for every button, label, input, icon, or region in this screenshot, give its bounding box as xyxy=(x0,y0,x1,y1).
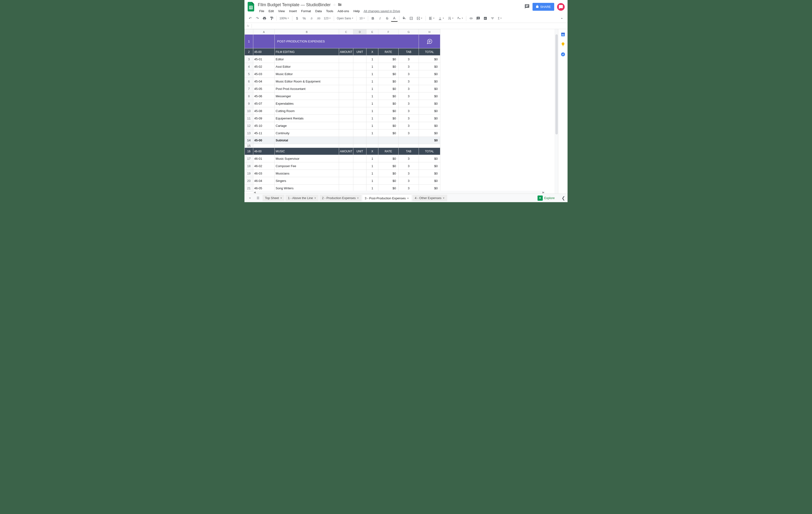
row-rate[interactable]: $0 xyxy=(378,162,399,170)
folder-icon[interactable] xyxy=(338,3,342,7)
row-tab[interactable]: 3 xyxy=(399,162,419,170)
menu-help[interactable]: Help xyxy=(351,8,362,14)
row-code[interactable]: 46-02 xyxy=(253,162,275,170)
text-wrap-icon[interactable]: ▼ xyxy=(446,15,455,22)
row-header[interactable]: 21 xyxy=(245,185,253,192)
cell[interactable] xyxy=(339,137,353,144)
fill-color-icon[interactable] xyxy=(401,15,407,22)
header-unit[interactable]: UNIT xyxy=(353,48,367,56)
expand-side-panel-icon[interactable]: ❮ xyxy=(561,195,565,201)
tab-production-expenses[interactable]: 2 - Production Expenses▼ xyxy=(320,195,361,201)
row-code[interactable]: 45-04 xyxy=(253,78,275,85)
col-header-H[interactable]: H xyxy=(419,29,440,34)
row-code[interactable]: 45-09 xyxy=(253,115,275,122)
row-amount[interactable] xyxy=(339,162,353,170)
decrease-decimal-icon[interactable]: .0 xyxy=(308,15,315,22)
row-amount[interactable] xyxy=(339,122,353,130)
row-desc[interactable]: Cutting Room xyxy=(275,107,339,115)
row-tab[interactable]: 3 xyxy=(399,56,419,63)
row-tab[interactable]: 3 xyxy=(399,78,419,85)
row-unit[interactable] xyxy=(353,122,367,130)
menu-data[interactable]: Data xyxy=(313,8,324,14)
row-tab[interactable]: 3 xyxy=(399,85,419,92)
row-x[interactable]: 1 xyxy=(367,115,378,122)
row-header[interactable]: 4 xyxy=(245,63,253,70)
chat-icon-cell[interactable] xyxy=(419,34,440,48)
cell[interactable] xyxy=(399,137,419,144)
col-header-C[interactable]: C xyxy=(339,29,353,34)
row-unit[interactable] xyxy=(353,78,367,85)
row-x[interactable]: 1 xyxy=(367,78,378,85)
row-code[interactable]: 46-04 xyxy=(253,177,275,185)
redo-icon[interactable]: ↷ xyxy=(254,15,261,22)
row-rate[interactable]: $0 xyxy=(378,170,399,177)
horizontal-scrollbar[interactable]: ◀▶ xyxy=(253,191,545,194)
header-total[interactable]: TOTAL xyxy=(419,48,440,56)
menu-format[interactable]: Format xyxy=(299,8,313,14)
row-header[interactable]: 1 xyxy=(245,34,253,48)
header-tab[interactable]: TAB xyxy=(399,148,419,155)
row-tab[interactable]: 3 xyxy=(399,177,419,185)
tab-post-production-expenses[interactable]: 3 - Post-Production Expenses▼ xyxy=(362,194,411,201)
row-unit[interactable] xyxy=(353,162,367,170)
row-header[interactable]: 6 xyxy=(245,78,253,85)
row-amount[interactable] xyxy=(339,92,353,100)
undo-icon[interactable]: ↶ xyxy=(247,15,254,22)
functions-icon[interactable]: Σ▼ xyxy=(496,15,503,22)
section-name[interactable]: FILM EDITING xyxy=(275,48,339,56)
row-rate[interactable]: $0 xyxy=(378,115,399,122)
insert-chart-icon[interactable] xyxy=(482,15,489,22)
header-rate[interactable]: RATE xyxy=(378,148,399,155)
percent-icon[interactable]: % xyxy=(301,15,308,22)
header-unit[interactable]: UNIT xyxy=(353,148,367,155)
row-amount[interactable] xyxy=(339,100,353,107)
explore-button[interactable]: ✦ Explore xyxy=(535,194,557,202)
row-tab[interactable]: 3 xyxy=(399,92,419,100)
row-code[interactable]: 45-10 xyxy=(253,122,275,130)
row-code[interactable]: 45-11 xyxy=(253,130,275,137)
row-total[interactable]: $0 xyxy=(419,122,440,130)
row-tab[interactable]: 3 xyxy=(399,122,419,130)
sheets-logo[interactable] xyxy=(246,2,256,11)
filter-icon[interactable] xyxy=(489,15,496,22)
header-amount[interactable]: AMOUNT xyxy=(339,48,353,56)
sheet-grid[interactable]: A B C D E F G H 1POST-PRODUCTION EXPENSE… xyxy=(244,29,558,194)
subtotal-label[interactable]: Subtotal xyxy=(275,137,339,144)
calendar-icon[interactable]: 31 xyxy=(561,32,566,37)
subtotal-total[interactable]: $0 xyxy=(419,137,440,144)
cell[interactable] xyxy=(353,137,367,144)
row-header[interactable]: 9 xyxy=(245,100,253,107)
row-x[interactable]: 1 xyxy=(367,122,378,130)
row-desc[interactable]: Expendables xyxy=(275,100,339,107)
row-desc[interactable]: Messenger xyxy=(275,92,339,100)
menu-tools[interactable]: Tools xyxy=(324,8,335,14)
header-rate[interactable]: RATE xyxy=(378,48,399,56)
font-dropdown[interactable]: Open Sans ▼ xyxy=(336,15,355,22)
row-amount[interactable] xyxy=(339,107,353,115)
row-x[interactable]: 1 xyxy=(367,177,378,185)
row-rate[interactable]: $0 xyxy=(378,177,399,185)
font-size-dropdown[interactable]: 10 ▼ xyxy=(358,15,367,22)
link-icon[interactable] xyxy=(468,15,474,22)
tab-top-sheet[interactable]: Top Sheet▼ xyxy=(263,195,285,201)
menu-addons[interactable]: Add-ons xyxy=(336,8,351,14)
empty-cell[interactable] xyxy=(339,144,353,148)
row-code[interactable]: 45-07 xyxy=(253,100,275,107)
row-rate[interactable]: $0 xyxy=(378,100,399,107)
row-total[interactable]: $0 xyxy=(419,177,440,185)
row-total[interactable]: $0 xyxy=(419,92,440,100)
row-unit[interactable] xyxy=(353,100,367,107)
formula-input[interactable] xyxy=(254,24,565,28)
row-total[interactable]: $0 xyxy=(419,63,440,70)
row-tab[interactable]: 3 xyxy=(399,155,419,162)
empty-cell[interactable] xyxy=(367,144,378,148)
row-tab[interactable]: 3 xyxy=(399,130,419,137)
row-rate[interactable]: $0 xyxy=(378,92,399,100)
row-code[interactable]: 46-01 xyxy=(253,155,275,162)
tab-above-line[interactable]: 1 - Above the Line▼ xyxy=(285,195,319,201)
row-amount[interactable] xyxy=(339,177,353,185)
empty-cell[interactable] xyxy=(353,144,367,148)
empty-cell[interactable] xyxy=(253,144,275,148)
row-rate[interactable]: $0 xyxy=(378,70,399,78)
empty-cell[interactable] xyxy=(399,144,419,148)
